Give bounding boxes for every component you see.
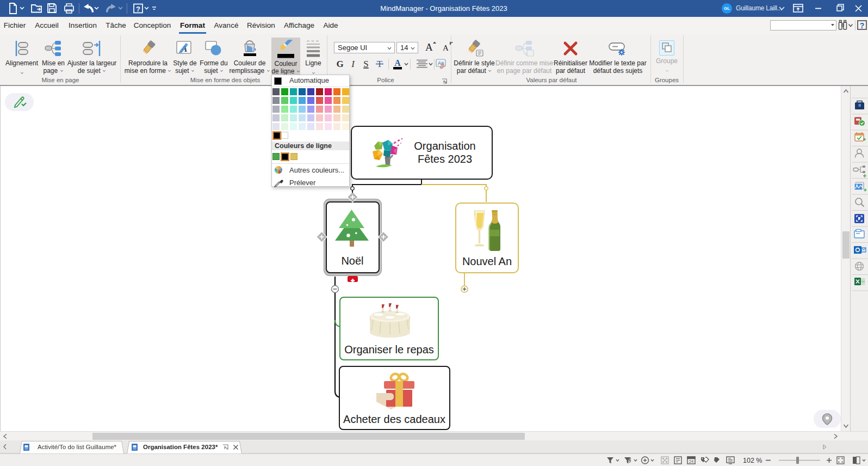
svg-text:A: A [443, 44, 449, 52]
svg-text:G: G [336, 59, 343, 69]
svg-text:A: A [394, 58, 401, 68]
svg-text:S: S [363, 59, 368, 69]
svg-text:?: ? [860, 21, 865, 30]
svg-text:A: A [425, 41, 433, 53]
svg-text:102 %: 102 % [743, 457, 762, 464]
svg-text:I: I [351, 59, 355, 69]
svg-text:24: 24 [689, 459, 693, 464]
